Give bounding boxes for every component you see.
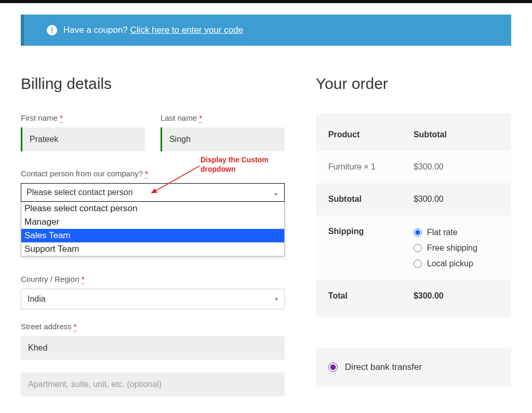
required-asterisk: * bbox=[60, 113, 63, 123]
required-asterisk: * bbox=[82, 275, 85, 284]
street-label: Street address * bbox=[21, 322, 285, 331]
country-select-value: India bbox=[28, 294, 46, 304]
contact-select[interactable]: Please select contact person ⌄ bbox=[21, 183, 285, 202]
order-header-row: Product Subtotal bbox=[316, 119, 511, 151]
order-subtotal-row: Subtotal $300.00 bbox=[316, 183, 511, 215]
required-asterisk: * bbox=[74, 322, 77, 331]
chevron-down-icon: ⌄ bbox=[273, 188, 279, 197]
required-asterisk: * bbox=[199, 113, 202, 123]
coupon-banner: ! Have a coupon? Click here to enter you… bbox=[21, 15, 511, 46]
country-select[interactable]: India ▾ bbox=[21, 289, 285, 309]
street-address-input[interactable] bbox=[21, 336, 285, 360]
payment-option-bank[interactable]: Direct bank transfer bbox=[328, 362, 499, 372]
coupon-link[interactable]: Click here to enter your code bbox=[130, 25, 243, 35]
contact-option[interactable]: Support Team bbox=[21, 242, 284, 256]
order-subtotal-label: Subtotal bbox=[328, 195, 414, 204]
order-title: Your order bbox=[316, 75, 511, 93]
shipping-radio-local[interactable] bbox=[414, 260, 422, 268]
order-shipping-label: Shipping bbox=[328, 227, 414, 268]
contact-option[interactable]: Sales Team bbox=[21, 229, 284, 242]
first-name-label: First name * bbox=[21, 113, 145, 122]
order-item-price: $300.00 bbox=[414, 162, 499, 172]
first-name-input[interactable] bbox=[21, 127, 145, 151]
caret-down-icon: ▾ bbox=[275, 295, 278, 303]
order-subtotal-value: $300.00 bbox=[414, 195, 499, 204]
street-address-2-input[interactable] bbox=[21, 372, 285, 396]
contact-option[interactable]: Please select contact person bbox=[21, 202, 284, 215]
shipping-radio-flat[interactable] bbox=[414, 228, 422, 237]
billing-title: Billing details bbox=[21, 75, 285, 93]
last-name-input[interactable] bbox=[161, 127, 285, 151]
order-header-subtotal: Subtotal bbox=[414, 130, 499, 139]
order-item-qty: × 1 bbox=[364, 162, 376, 171]
order-total-row: Total $300.00 bbox=[316, 280, 511, 312]
contact-select-value: Please select contact person bbox=[26, 188, 133, 197]
order-total-label: Total bbox=[328, 291, 414, 301]
order-total-value: $300.00 bbox=[414, 291, 499, 301]
shipping-radio-free[interactable] bbox=[414, 244, 422, 252]
annotation-text: Display the Custom dropdown bbox=[201, 156, 269, 174]
required-asterisk: * bbox=[145, 169, 148, 178]
billing-section: Billing details First name * Last name * bbox=[21, 75, 285, 409]
payment-radio-bank[interactable] bbox=[328, 363, 338, 372]
contact-option[interactable]: Manager bbox=[21, 215, 284, 229]
shipping-option-local[interactable]: Local pickup bbox=[414, 259, 499, 268]
info-icon: ! bbox=[47, 25, 57, 35]
order-table: Product Subtotal Furniture × 1 $300.00 S… bbox=[316, 113, 511, 317]
order-header-product: Product bbox=[328, 130, 414, 139]
shipping-option-flat[interactable]: Flat rate bbox=[414, 228, 499, 237]
contact-dropdown-list: Please select contact person Manager Sal… bbox=[21, 202, 285, 256]
order-item-name: Furniture bbox=[328, 162, 362, 171]
coupon-text: Have a coupon? bbox=[63, 25, 128, 35]
order-shipping-row: Shipping Flat rate Free shipping bbox=[316, 215, 511, 280]
last-name-label: Last name * bbox=[161, 113, 285, 122]
payment-methods: Direct bank transfer bbox=[316, 347, 511, 387]
order-section: Your order Product Subtotal Furniture × … bbox=[316, 75, 511, 409]
shipping-option-free[interactable]: Free shipping bbox=[414, 243, 499, 253]
country-label: Country / Region * bbox=[21, 275, 285, 283]
order-item-row: Furniture × 1 $300.00 bbox=[316, 151, 511, 183]
